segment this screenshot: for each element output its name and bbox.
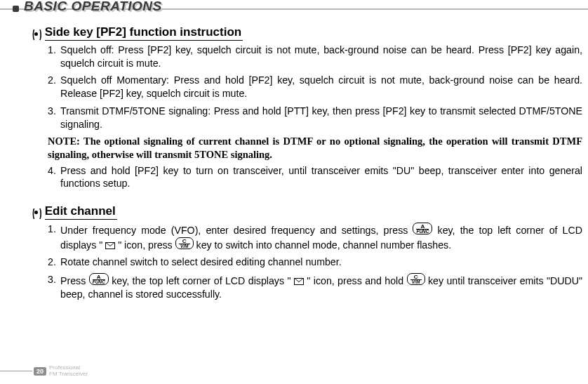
key-a-func-icon: AFUNC: [89, 273, 109, 285]
item-text-part: key, the top left corner of LCD displays…: [109, 275, 294, 286]
list-item: 1. Under frequency mode (VFO), enter des…: [48, 223, 582, 251]
envelope-icon: [294, 278, 304, 285]
key-a-func-icon: AFUNC: [413, 223, 432, 234]
broadcast-icon: (()): [32, 208, 41, 218]
section2-list: 1. Under frequency mode (VFO), enter des…: [32, 223, 582, 301]
page-footer: 20 Professional FM Transceiver: [0, 365, 88, 377]
broadcast-icon: (()): [32, 29, 41, 39]
item-text-part: Press: [60, 275, 89, 286]
page-number: 20: [34, 367, 46, 376]
item-text-part: key to switch into channel mode, channel…: [194, 239, 452, 251]
section1-head: (()) Side key [PF2] function instruction: [32, 25, 582, 41]
list-item: 2.Rotate channel switch to select desire…: [48, 256, 582, 269]
list-item: 4.Press and hold [PF2] key to turn on tr…: [48, 164, 582, 190]
header-title: BASIC OPERATIONS: [24, 0, 162, 14]
footer-text: Professional FM Transceiver: [49, 365, 88, 377]
header-bullet-icon: [13, 6, 19, 12]
section2-title: Edit channel: [45, 204, 117, 220]
item-text: Press and hold [PF2] key to turn on tran…: [60, 165, 582, 190]
item-text: Squelch off Momentary: Press and hold [P…: [60, 74, 582, 99]
page-content: (()) Side key [PF2] function instruction…: [0, 17, 588, 301]
item-text-part: " icon, press and hold: [304, 275, 407, 286]
list-item: 2.Squelch off Momentary: Press and hold …: [48, 74, 582, 100]
item-text-part: " icon, press: [115, 239, 175, 251]
item-text: Rotate channel switch to select desired …: [60, 256, 342, 267]
envelope-icon: [105, 242, 115, 249]
list-item: 3. Press AFUNC key, the top left corner …: [48, 273, 582, 300]
item-text: Squelch off: Press [PF2] key, squelch ci…: [60, 44, 582, 69]
item-text-part: Under frequency mode (VFO), enter desire…: [60, 225, 413, 236]
item-text: Transmit DTMF/5TONE signaling: Press and…: [60, 105, 582, 130]
section1-list-cont: 4.Press and hold [PF2] key to turn on tr…: [32, 164, 582, 190]
section1-note: NOTE: The optional signaling of current …: [32, 135, 582, 161]
section1-list: 1.Squelch off: Press [PF2] key, squelch …: [32, 44, 582, 131]
page-header: BASIC OPERATIONS BASIC OPERATIONS: [0, 1, 588, 17]
list-item: 1.Squelch off: Press [PF2] key, squelch …: [48, 44, 582, 69]
section1-title: Side key [PF2] function instruction: [45, 25, 243, 41]
footer-line2: FM Transceiver: [49, 371, 88, 377]
key-c-vm-icon: CV/M: [175, 237, 194, 249]
list-item: 3.Transmit DTMF/5TONE signaling: Press a…: [48, 105, 582, 131]
footer-rule: [0, 371, 32, 371]
key-c-vm-icon: CV/M: [407, 273, 425, 285]
section2-head: (()) Edit channel: [32, 204, 582, 220]
